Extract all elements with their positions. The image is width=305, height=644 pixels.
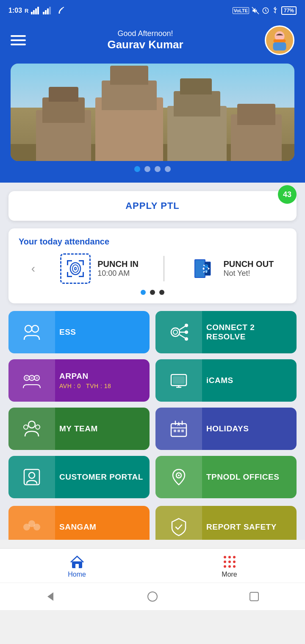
svg-point-50 — [36, 425, 40, 429]
network-indicator: R — [25, 8, 28, 14]
home-icon — [70, 555, 84, 569]
svg-rect-0 — [31, 12, 33, 14]
customerportal-label: CUSTOMER PORTAL — [55, 468, 150, 486]
volte-icon: VoLTE — [233, 7, 249, 14]
carousel-wrapper — [0, 64, 305, 185]
menu-item-holidays[interactable]: HOLIDAYS — [155, 408, 297, 450]
grid-gap — [150, 506, 155, 540]
menu-item-customerportal[interactable]: CUSTOMER PORTAL — [8, 456, 150, 498]
svg-point-34 — [32, 325, 39, 332]
main-content: APPLY PTL 43 Your today attendance ‹ — [0, 183, 305, 540]
punch-out-label: PUNCH OUT — [223, 259, 274, 269]
svg-point-36 — [173, 330, 177, 334]
svg-point-72 — [233, 565, 236, 568]
nav-home[interactable]: Home — [68, 555, 86, 578]
icams-label: iCAMS — [202, 372, 297, 389]
nav-more[interactable]: More — [222, 555, 237, 578]
svg-rect-12 — [273, 42, 286, 50]
connect2-icon — [168, 321, 190, 343]
svg-rect-52 — [174, 430, 176, 432]
android-nav-bar — [0, 583, 305, 610]
ptl-badge: 43 — [278, 185, 297, 204]
signal-icon-2 — [43, 7, 52, 14]
menu-item-myteam[interactable]: MY TEAM — [8, 408, 150, 450]
user-name: Gaurav Kumar — [107, 38, 183, 51]
status-right: VoLTE 77% — [233, 6, 297, 15]
home-label: Home — [68, 571, 86, 578]
svg-rect-1 — [33, 10, 35, 14]
svg-point-38 — [185, 330, 188, 334]
signal-icon — [31, 7, 40, 14]
dot-2[interactable] — [144, 166, 150, 172]
time-display: 1:03 — [8, 7, 22, 14]
arpan-label: ARPAN AVH : 0 TVH : 18 — [55, 367, 150, 394]
attendance-card: Your today attendance ‹ — [8, 228, 297, 303]
menu-item-arpan[interactable]: ARPAN AVH : 0 TVH : 18 — [8, 359, 150, 402]
apply-ptl-button[interactable]: APPLY PTL — [8, 191, 297, 221]
svg-point-49 — [24, 425, 28, 429]
recents-button[interactable] — [246, 588, 263, 605]
back-button[interactable] — [42, 588, 59, 605]
svg-point-37 — [185, 324, 188, 327]
connect2-icon-area — [155, 311, 202, 353]
status-bar: 1:03 R VoLTE — [0, 0, 305, 21]
header-center: Good Afternoon! Gaurav Kumar — [107, 29, 183, 51]
myteam-label: MY TEAM — [55, 420, 150, 438]
tpnodl-icon — [168, 466, 190, 488]
att-dot-2[interactable] — [150, 290, 155, 295]
menu-item-ess[interactable]: ESS — [8, 311, 150, 353]
safety-label: REPORT SAFETY — [202, 518, 297, 536]
apply-ptl-wrapper: APPLY PTL 43 — [8, 183, 297, 221]
icams-icon — [168, 369, 190, 391]
dot-3[interactable] — [155, 166, 161, 172]
carousel-dots — [11, 166, 294, 172]
menu-item-tpnodl[interactable]: TPNODL OFFICES — [155, 456, 297, 498]
att-dot-3[interactable] — [159, 290, 164, 295]
svg-rect-6 — [47, 8, 49, 14]
svg-rect-20 — [67, 272, 68, 277]
hamburger-menu[interactable] — [11, 35, 26, 45]
svg-rect-2 — [35, 8, 37, 14]
svg-point-58 — [178, 475, 180, 476]
svg-point-44 — [30, 377, 33, 379]
bottom-navigation: Home More — [0, 548, 305, 583]
fingerprint-icon — [65, 258, 86, 279]
svg-point-61 — [34, 524, 40, 530]
att-dot-1[interactable] — [141, 290, 146, 295]
svg-rect-18 — [83, 260, 84, 265]
menu-item-connect2resolve[interactable]: CONNECT 2 RESOLVE — [155, 311, 297, 353]
svg-point-71 — [228, 565, 231, 568]
temple-image — [11, 64, 294, 161]
door-exit-icon — [192, 258, 214, 280]
prev-arrow[interactable]: ‹ — [31, 262, 35, 275]
dot-4[interactable] — [165, 166, 171, 172]
attendance-dots — [19, 290, 286, 295]
icams-icon-area — [155, 359, 202, 402]
svg-point-56 — [29, 472, 35, 478]
punch-in-text: PUNCH IN 10:00 AM — [97, 259, 139, 278]
svg-point-69 — [233, 561, 236, 563]
svg-point-43 — [25, 377, 28, 379]
svg-point-24 — [72, 265, 78, 272]
svg-rect-32 — [205, 270, 207, 273]
tpnodl-label: TPNODL OFFICES — [202, 468, 297, 486]
svg-point-67 — [224, 561, 226, 563]
banner-carousel[interactable] — [11, 64, 294, 161]
menu-item-sangam[interactable]: SANGAM — [8, 506, 150, 540]
home-circle-icon — [147, 591, 158, 602]
punch-out-time: Not Yet! — [223, 269, 274, 278]
wifi-icon — [55, 7, 64, 14]
home-button[interactable] — [144, 588, 161, 605]
svg-point-33 — [25, 325, 32, 332]
punch-out-item: PUNCH OUT Not Yet! — [189, 255, 274, 282]
arpan-sub: AVH : 0 TVH : 18 — [59, 383, 145, 389]
menu-grid: ESS CONNECT 2 RESOLVE — [8, 311, 297, 498]
menu-item-icams[interactable]: iCAMS — [155, 359, 297, 402]
battery-icon: 77% — [281, 6, 297, 15]
user-avatar[interactable] — [265, 25, 294, 55]
svg-rect-53 — [177, 430, 180, 432]
svg-point-64 — [224, 556, 226, 558]
dot-1[interactable] — [134, 166, 140, 172]
svg-rect-63 — [75, 564, 79, 568]
menu-item-reportsafety[interactable]: REPORT SAFETY — [155, 506, 297, 540]
